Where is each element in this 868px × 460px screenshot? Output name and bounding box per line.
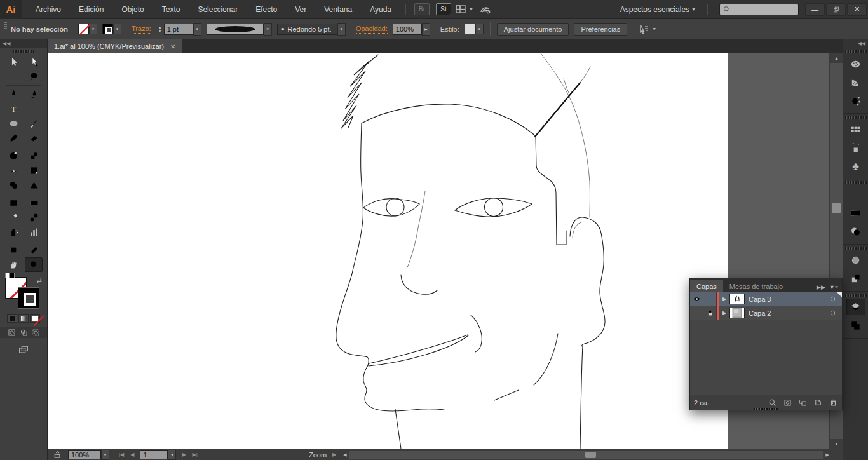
menu-seleccionar[interactable]: Seleccionar [189, 0, 247, 19]
type-tool[interactable]: T [4, 102, 22, 116]
column-graph-tool[interactable] [25, 225, 43, 240]
slice-tool[interactable] [25, 243, 43, 257]
menu-edicion[interactable]: Edición [70, 0, 112, 19]
color-themes-panel-icon[interactable] [846, 92, 865, 109]
opacity-field[interactable]: 100% [393, 24, 422, 35]
fit-document-button[interactable]: Ajustar documento [497, 23, 569, 36]
preferences-button[interactable]: Preferencias [574, 23, 627, 36]
panel-expand-icon[interactable]: ▶▶ [817, 284, 825, 290]
menu-ver[interactable]: Ver [286, 0, 315, 19]
zoom-level-field[interactable]: 100% [68, 450, 101, 459]
scroll-down-icon[interactable]: ▼ [830, 439, 843, 449]
artboard-dropdown[interactable]: ▼ [168, 450, 176, 460]
color-button[interactable] [7, 314, 17, 323]
mesh-tool[interactable] [4, 196, 22, 210]
stroke-width-stepper[interactable]: ▲▼ [156, 25, 164, 33]
layer-lock-toggle[interactable] [703, 306, 717, 320]
selection-tool[interactable] [4, 55, 22, 69]
direct-selection-tool[interactable] [25, 55, 43, 69]
new-sublayer-icon[interactable] [798, 398, 808, 407]
none-button[interactable] [30, 314, 40, 323]
menu-archivo[interactable]: Archivo [27, 0, 70, 19]
rotate-tool[interactable] [4, 149, 22, 163]
stroke-panel-icon[interactable] [846, 186, 865, 203]
last-artboard-button[interactable]: ▶| [189, 452, 201, 457]
line-segment-tool[interactable] [25, 102, 43, 116]
dock-grip[interactable] [845, 50, 867, 53]
artboard-number-field[interactable]: 1 [140, 450, 168, 459]
cs-live-icon[interactable] [478, 3, 491, 16]
shape-builder-tool[interactable] [4, 178, 22, 193]
arrange-documents-icon[interactable] [454, 3, 467, 16]
perspective-grid-tool[interactable] [25, 178, 43, 193]
symbols-panel-icon[interactable]: ♣ [846, 158, 865, 174]
panel-grip[interactable] [4, 22, 7, 36]
layer-target-icon[interactable] [829, 295, 837, 303]
paintbrush-tool[interactable] [25, 116, 43, 131]
eyedropper-tool[interactable] [4, 210, 22, 225]
first-artboard-button[interactable]: |◀ [116, 452, 127, 457]
ellipse-tool[interactable] [4, 116, 22, 131]
stroke-dropdown-button[interactable]: ▼ [113, 24, 121, 34]
layer-expand-icon[interactable]: ▶ [719, 310, 729, 316]
minimize-button[interactable]: — [805, 3, 825, 16]
dock-grip[interactable] [845, 247, 867, 250]
opacity-dropdown[interactable]: ▶ [422, 23, 430, 36]
menu-efecto[interactable]: Efecto [247, 0, 286, 19]
fill-color-swatch[interactable] [78, 24, 89, 34]
panel-menu-icon[interactable]: ▼≡ [829, 284, 838, 290]
stock-button[interactable]: St [436, 3, 451, 15]
draw-behind-icon[interactable] [18, 328, 29, 337]
layer-visibility-toggle[interactable] [690, 306, 703, 320]
gradient-panel-icon[interactable] [846, 205, 865, 221]
scroll-up-icon[interactable]: ▲ [830, 53, 843, 63]
layer-target-icon[interactable] [829, 309, 837, 317]
layer-thumbnail[interactable] [729, 294, 745, 304]
blend-tool[interactable] [25, 210, 43, 225]
scroll-right-icon[interactable]: ▶ [823, 451, 832, 459]
make-clip-mask-icon[interactable] [783, 398, 792, 407]
layers-panel-icon[interactable] [846, 299, 865, 315]
brushes-panel-icon[interactable] [846, 139, 865, 156]
dock-grip[interactable] [845, 181, 867, 184]
layer-name[interactable]: Capa 3 [749, 295, 771, 303]
menu-ventana[interactable]: Ventana [315, 0, 361, 19]
magic-wand-tool[interactable] [4, 69, 22, 84]
graphic-styles-panel-icon[interactable] [846, 270, 865, 287]
tab-close-icon[interactable]: ✕ [170, 43, 175, 50]
search-box[interactable] [719, 4, 799, 15]
zoom-tool[interactable] [25, 257, 43, 272]
stroke-width-dropdown[interactable]: ▼ [193, 23, 201, 36]
layer-lock-toggle[interactable] [703, 292, 717, 306]
dock-grip[interactable] [845, 294, 867, 297]
collapse-panel-icon[interactable]: ◀◀ [0, 39, 47, 48]
status-expand-icon[interactable]: ▶ [329, 452, 339, 457]
color-guide-panel-icon[interactable] [846, 74, 865, 90]
workspace-switcher[interactable]: Aspectos esenciales ▼ [614, 5, 702, 14]
share-flyout-icon[interactable] [53, 450, 63, 459]
horizontal-scrollbar[interactable]: ◀ ▶ [340, 450, 832, 459]
dock-grip[interactable] [845, 116, 867, 119]
next-artboard-button[interactable]: ▶ [179, 452, 189, 457]
scroll-left-icon[interactable]: ◀ [341, 451, 349, 459]
layer-row[interactable]: ▶Capa 2 [690, 306, 842, 320]
panel-grip[interactable] [13, 50, 34, 53]
stroke-panel-link[interactable]: Trazo: [132, 25, 151, 34]
symbol-sprayer-tool[interactable] [4, 225, 22, 240]
width-tool-tool[interactable] [4, 163, 22, 178]
menu-texto[interactable]: Texto [153, 0, 189, 19]
artboard-tool[interactable] [4, 243, 22, 257]
close-button[interactable]: ✕ [847, 3, 867, 16]
search-input[interactable] [731, 6, 794, 13]
document-tab[interactable]: 1.ai* al 100% (CMYK/Previsualizar) ✕ [48, 39, 182, 53]
restore-button[interactable] [826, 3, 846, 16]
new-layer-icon[interactable] [813, 398, 823, 407]
artboard-canvas[interactable] [48, 53, 728, 449]
lasso-tool[interactable] [25, 69, 43, 84]
brush-definition-select[interactable]: ● Redondo 5 pt. [277, 24, 337, 35]
vertical-scroll-thumb[interactable] [832, 203, 841, 213]
transparency-panel-icon[interactable] [846, 223, 865, 240]
layer-name[interactable]: Capa 2 [749, 309, 771, 317]
width-profile-dropdown[interactable]: ▼ [264, 23, 272, 36]
layer-expand-icon[interactable]: ▶ [719, 296, 729, 302]
